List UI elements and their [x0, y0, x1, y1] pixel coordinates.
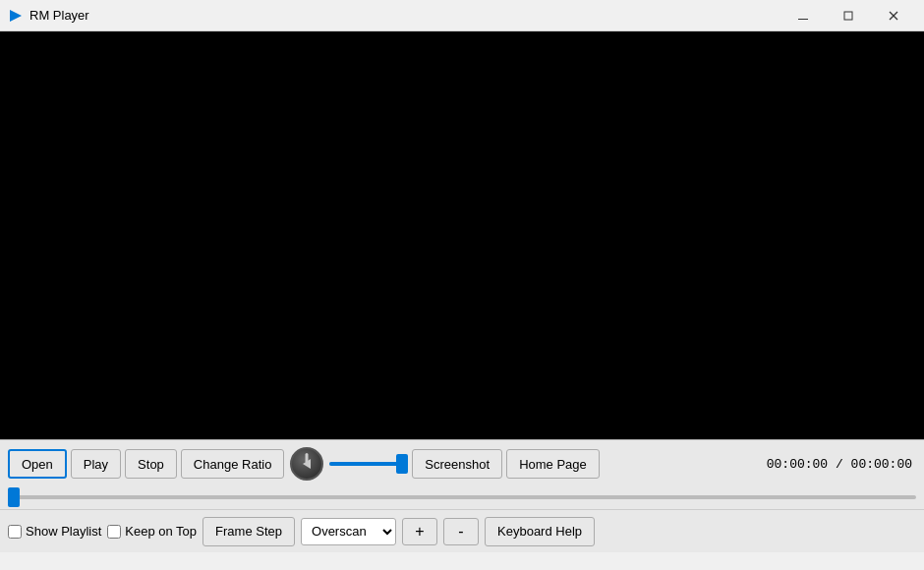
volume-slider[interactable]: [329, 454, 408, 474]
volume-knob-arrow: [297, 454, 317, 474]
volume-thumb[interactable]: [396, 454, 408, 474]
keep-on-top-checkbox[interactable]: [107, 525, 121, 539]
svg-marker-5: [303, 459, 311, 469]
keep-on-top-label[interactable]: Keep on Top: [107, 524, 197, 539]
svg-rect-1: [798, 19, 808, 20]
main-controls-row: Open Play Stop Change Ratio Screenshot H…: [0, 440, 924, 487]
seek-bar[interactable]: [8, 489, 916, 505]
app-title: RM Player: [29, 8, 780, 23]
change-ratio-button[interactable]: Change Ratio: [181, 449, 285, 479]
frame-step-button[interactable]: Frame Step: [202, 517, 295, 546]
minimize-icon: [798, 11, 808, 21]
screenshot-button[interactable]: Screenshot: [412, 449, 502, 479]
show-playlist-label[interactable]: Show Playlist: [8, 524, 101, 539]
close-button[interactable]: [871, 0, 916, 31]
time-separator: /: [828, 457, 850, 472]
time-total: 00:00:00: [851, 457, 912, 472]
seek-row: [0, 487, 924, 509]
volume-track: [329, 462, 408, 466]
plus-button[interactable]: +: [402, 518, 437, 545]
svg-rect-2: [844, 12, 852, 20]
window-controls: [780, 0, 916, 31]
show-playlist-checkbox[interactable]: [8, 525, 22, 539]
bottom-controls-row: Show Playlist Keep on Top Frame Step Ove…: [0, 509, 924, 552]
minus-button[interactable]: -: [443, 518, 479, 545]
maximize-icon: [843, 11, 853, 21]
volume-knob[interactable]: [290, 447, 323, 481]
svg-marker-0: [10, 10, 22, 22]
keyboard-help-button[interactable]: Keyboard Help: [485, 517, 595, 546]
show-playlist-text: Show Playlist: [26, 524, 101, 539]
seek-thumb[interactable]: [8, 487, 20, 507]
time-current: 00:00:00: [767, 457, 828, 472]
open-button[interactable]: Open: [8, 449, 67, 479]
keep-on-top-text: Keep on Top: [125, 524, 197, 539]
maximize-button[interactable]: [826, 0, 871, 31]
titlebar: RM Player: [0, 0, 924, 31]
home-page-button[interactable]: Home Page: [506, 449, 600, 479]
controls-panel: Open Play Stop Change Ratio Screenshot H…: [0, 439, 924, 552]
minimize-button[interactable]: [780, 0, 826, 31]
play-button[interactable]: Play: [71, 449, 121, 479]
seek-track: [8, 495, 916, 499]
overscan-dropdown[interactable]: Overscan Normal Underscan: [301, 518, 396, 545]
stop-button[interactable]: Stop: [125, 449, 177, 479]
time-display: 00:00:00 / 00:00:00: [767, 457, 916, 472]
video-display: [0, 31, 924, 439]
close-icon: [889, 11, 898, 21]
app-icon: [8, 8, 24, 24]
